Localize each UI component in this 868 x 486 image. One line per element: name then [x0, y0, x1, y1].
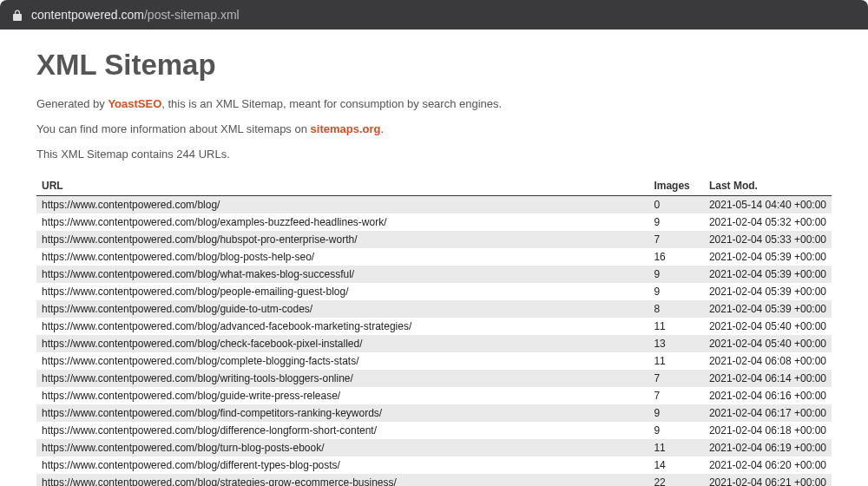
cell-images: 9: [648, 422, 703, 439]
table-row: https://www.contentpowered.com/blog/stra…: [36, 474, 832, 486]
cell-url[interactable]: https://www.contentpowered.com/blog/diff…: [36, 456, 648, 474]
cell-images: 0: [648, 196, 703, 214]
cell-images: 9: [648, 404, 703, 422]
cell-url[interactable]: https://www.contentpowered.com/blog/: [36, 196, 648, 214]
cell-lastmod: 2021-05-14 04:40 +00:00: [704, 196, 832, 214]
header-lastmod: Last Mod.: [704, 176, 832, 196]
cell-url[interactable]: https://www.contentpowered.com/blog/stra…: [36, 474, 648, 486]
cell-images: 14: [648, 456, 703, 474]
cell-images: 8: [648, 300, 703, 318]
browser-address-bar[interactable]: contentpowered.com/post-sitemap.xml: [0, 0, 868, 30]
table-row: https://www.contentpowered.com/blog/hubs…: [36, 231, 832, 248]
table-row: https://www.contentpowered.com/blog/diff…: [36, 456, 832, 474]
cell-lastmod: 2021-02-04 06:20 +00:00: [704, 456, 832, 474]
address-text: contentpowered.com/post-sitemap.xml: [31, 8, 240, 22]
table-row: https://www.contentpowered.com/blog/chec…: [36, 335, 832, 352]
cell-url[interactable]: https://www.contentpowered.com/blog/guid…: [36, 387, 648, 404]
table-row: https://www.contentpowered.com/blog/0202…: [36, 196, 832, 214]
address-path: /post-sitemap.xml: [144, 8, 240, 22]
cell-images: 22: [648, 474, 703, 486]
table-row: https://www.contentpowered.com/blog/guid…: [36, 300, 832, 318]
cell-lastmod: 2021-02-04 06:14 +00:00: [704, 370, 832, 387]
header-url: URL: [36, 176, 648, 196]
cell-url[interactable]: https://www.contentpowered.com/blog/writ…: [36, 370, 648, 387]
cell-images: 16: [648, 248, 703, 266]
cell-url[interactable]: https://www.contentpowered.com/blog/find…: [36, 404, 648, 422]
table-row: https://www.contentpowered.com/blog/diff…: [36, 422, 832, 439]
cell-url[interactable]: https://www.contentpowered.com/blog/chec…: [36, 335, 648, 352]
cell-images: 13: [648, 335, 703, 352]
table-row: https://www.contentpowered.com/blog/blog…: [36, 248, 832, 266]
generated-by-text: Generated by YoastSEO, this is an XML Si…: [36, 97, 832, 110]
url-count-text: This XML Sitemap contains 244 URLs.: [36, 148, 832, 161]
lock-icon: [12, 10, 23, 20]
table-row: https://www.contentpowered.com/blog/peop…: [36, 283, 832, 300]
cell-images: 11: [648, 318, 703, 335]
cell-images: 11: [648, 352, 703, 370]
header-images: Images: [648, 176, 703, 196]
table-row: https://www.contentpowered.com/blog/comp…: [36, 352, 832, 370]
cell-lastmod: 2021-02-04 05:39 +00:00: [704, 248, 832, 266]
table-header-row: URL Images Last Mod.: [36, 176, 832, 196]
cell-url[interactable]: https://www.contentpowered.com/blog/exam…: [36, 213, 648, 231]
cell-lastmod: 2021-02-04 06:08 +00:00: [704, 352, 832, 370]
table-row: https://www.contentpowered.com/blog/turn…: [36, 439, 832, 456]
cell-url[interactable]: https://www.contentpowered.com/blog/diff…: [36, 422, 648, 439]
cell-images: 7: [648, 387, 703, 404]
cell-lastmod: 2021-02-04 05:32 +00:00: [704, 213, 832, 231]
cell-url[interactable]: https://www.contentpowered.com/blog/comp…: [36, 352, 648, 370]
cell-images: 11: [648, 439, 703, 456]
sitemap-table: URL Images Last Mod. https://www.content…: [36, 176, 832, 486]
table-row: https://www.contentpowered.com/blog/what…: [36, 266, 832, 283]
cell-lastmod: 2021-02-04 05:39 +00:00: [704, 266, 832, 283]
cell-lastmod: 2021-02-04 06:21 +00:00: [704, 474, 832, 486]
cell-lastmod: 2021-02-04 05:40 +00:00: [704, 335, 832, 352]
cell-url[interactable]: https://www.contentpowered.com/blog/turn…: [36, 439, 648, 456]
cell-images: 9: [648, 213, 703, 231]
cell-url[interactable]: https://www.contentpowered.com/blog/blog…: [36, 248, 648, 266]
cell-url[interactable]: https://www.contentpowered.com/blog/peop…: [36, 283, 648, 300]
page-content: XML Sitemap Generated by YoastSEO, this …: [0, 30, 868, 486]
address-domain: contentpowered.com: [31, 8, 144, 22]
sitemaps-org-link[interactable]: sitemaps.org: [311, 122, 381, 135]
cell-lastmod: 2021-02-04 06:18 +00:00: [704, 422, 832, 439]
cell-images: 7: [648, 370, 703, 387]
cell-url[interactable]: https://www.contentpowered.com/blog/guid…: [36, 300, 648, 318]
cell-lastmod: 2021-02-04 05:33 +00:00: [704, 231, 832, 248]
table-row: https://www.contentpowered.com/blog/find…: [36, 404, 832, 422]
cell-lastmod: 2021-02-04 05:39 +00:00: [704, 300, 832, 318]
cell-url[interactable]: https://www.contentpowered.com/blog/hubs…: [36, 231, 648, 248]
table-row: https://www.contentpowered.com/blog/writ…: [36, 370, 832, 387]
cell-lastmod: 2021-02-04 06:17 +00:00: [704, 404, 832, 422]
table-row: https://www.contentpowered.com/blog/adva…: [36, 318, 832, 335]
cell-images: 9: [648, 266, 703, 283]
cell-url[interactable]: https://www.contentpowered.com/blog/what…: [36, 266, 648, 283]
page-title: XML Sitemap: [36, 49, 832, 82]
cell-images: 9: [648, 283, 703, 300]
cell-images: 7: [648, 231, 703, 248]
cell-lastmod: 2021-02-04 06:19 +00:00: [704, 439, 832, 456]
more-info-text: You can find more information about XML …: [36, 122, 832, 135]
cell-lastmod: 2021-02-04 06:16 +00:00: [704, 387, 832, 404]
yoastseo-link[interactable]: YoastSEO: [108, 97, 161, 110]
table-row: https://www.contentpowered.com/blog/exam…: [36, 213, 832, 231]
cell-lastmod: 2021-02-04 05:40 +00:00: [704, 318, 832, 335]
table-row: https://www.contentpowered.com/blog/guid…: [36, 387, 832, 404]
cell-lastmod: 2021-02-04 05:39 +00:00: [704, 283, 832, 300]
cell-url[interactable]: https://www.contentpowered.com/blog/adva…: [36, 318, 648, 335]
